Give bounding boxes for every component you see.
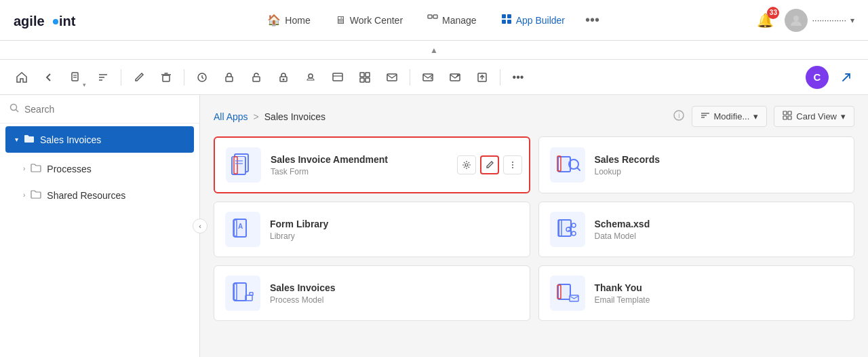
home-icon: 🏠 [267, 14, 281, 26]
toolbar-window-button[interactable] [326, 65, 350, 90]
main-layout: ▾ Sales Invoices › Processes › [0, 95, 868, 357]
collapse-sidebar-icon: ‹ [199, 222, 201, 230]
svg-text:agile: agile [14, 14, 45, 29]
logo[interactable]: agile int [14, 11, 95, 30]
nav-right: 🔔 33 ·············· ▾ [754, 9, 854, 32]
view-dropdown[interactable]: Card View ▾ [774, 106, 854, 127]
card-title-4: Schema.xsd [595, 219, 844, 229]
card-sales-records[interactable]: Sales Records Lookup [538, 136, 855, 193]
toolbar-home-button[interactable] [9, 65, 34, 90]
content-area: All Apps > Sales Invoices i Modifie... ▾ [200, 95, 868, 357]
card-more-button-1[interactable] [503, 155, 522, 174]
sidebar-item-sales-invoices[interactable]: ▾ Sales Invoices [5, 126, 194, 153]
card-form-library[interactable]: A Form Library Library [214, 202, 530, 257]
avatar-circle [785, 9, 808, 32]
nav-more-button[interactable]: ••• [580, 10, 605, 31]
toolbar: ••• C [0, 60, 868, 95]
toolbar-launch-button[interactable] [834, 65, 859, 90]
sort-dropdown[interactable]: Modifie... ▾ [692, 106, 768, 127]
processes-folder-icon [31, 162, 41, 175]
search-input[interactable] [24, 104, 190, 115]
toolbar-divider-1 [121, 69, 121, 86]
sidebar-item-processes[interactable]: › Processes [0, 155, 199, 182]
svg-rect-74 [250, 293, 253, 295]
toolbar-unlock-button[interactable] [244, 65, 269, 90]
nav-app-builder[interactable]: App Builder [492, 8, 574, 33]
toolbar-export-button[interactable] [470, 65, 494, 90]
manage-icon [427, 14, 438, 27]
card-title-2: Sales Records [595, 154, 844, 165]
toolbar-more-button[interactable]: ••• [506, 65, 530, 90]
breadcrumb-actions: i Modifie... ▾ [673, 106, 854, 127]
sidebar: ▾ Sales Invoices › Processes › [0, 95, 200, 357]
breadcrumb-current: Sales Invoices [264, 111, 326, 122]
toolbar-history-button[interactable] [190, 65, 214, 90]
svg-rect-20 [253, 77, 260, 81]
cards-grid: Sales Invoice Amendment Task Form [214, 136, 854, 321]
card-info-2: Sales Records Lookup [595, 154, 844, 176]
toolbar-lock2-button[interactable] [271, 65, 296, 90]
toolbar-incoming-button[interactable] [416, 65, 440, 90]
card-view-icon [783, 111, 792, 122]
toolbar-c-button[interactable]: C [806, 66, 829, 89]
sidebar-item-shared-resources[interactable]: › Shared Resources [0, 182, 199, 208]
toolbar-lock1-button[interactable] [217, 65, 241, 90]
svg-rect-16 [163, 75, 170, 81]
toolbar-new-button[interactable] [64, 65, 88, 90]
toolbar-email-button[interactable] [380, 65, 404, 90]
svg-rect-30 [387, 74, 397, 81]
toolbar-edit-button[interactable] [127, 65, 151, 90]
nav-work-center-label: Work Center [350, 15, 403, 26]
card-info-4: Schema.xsd Data Model [595, 219, 844, 241]
svg-rect-29 [366, 78, 370, 82]
notification-badge: 33 [767, 7, 779, 19]
search-icon [9, 103, 19, 115]
card-settings-button-1[interactable] [457, 155, 476, 174]
info-icon[interactable]: i [673, 109, 685, 124]
svg-point-36 [11, 105, 17, 111]
card-icon-wrap-6 [550, 276, 585, 311]
toolbar-divider-3 [410, 69, 410, 86]
nav-work-center[interactable]: 🖥 Work Center [326, 9, 412, 32]
nav-home[interactable]: 🏠 Home [258, 8, 319, 32]
logo-svg: agile int [14, 11, 95, 30]
toolbar-outgoing-button[interactable] [443, 65, 467, 90]
svg-rect-45 [783, 116, 787, 119]
svg-point-22 [283, 78, 285, 80]
svg-rect-7 [502, 20, 506, 24]
collapse-icon: ▲ [430, 45, 438, 55]
card-schema-xsd[interactable]: Schema.xsd Data Model [538, 202, 855, 257]
card-edit-button-1[interactable] [480, 155, 499, 174]
notification-button[interactable]: 🔔 33 [754, 10, 776, 31]
card-subtitle-3: Library [270, 231, 519, 241]
card-sales-invoice-amendment[interactable]: Sales Invoice Amendment Task Form [214, 136, 530, 193]
svg-point-67 [572, 231, 576, 236]
card-icon-wrap-1 [226, 147, 261, 183]
sidebar-collapse-button[interactable]: ‹ [193, 219, 208, 233]
toolbar-grid-button[interactable] [353, 65, 377, 90]
toolbar-location-button[interactable] [298, 65, 323, 90]
card-sales-invoices[interactable]: Sales Invoices Process Model [214, 265, 530, 321]
user-avatar[interactable]: ·············· ▾ [785, 9, 854, 32]
svg-point-66 [572, 223, 576, 227]
collapse-bar[interactable]: ▲ [0, 41, 868, 60]
user-menu-chevron: ▾ [850, 16, 854, 25]
svg-point-23 [309, 74, 313, 78]
svg-rect-46 [788, 116, 791, 119]
svg-rect-43 [783, 111, 787, 115]
svg-rect-3 [428, 15, 432, 18]
svg-rect-10 [72, 73, 78, 81]
card-title-5: Sales Invoices [270, 282, 519, 293]
app-builder-icon [501, 14, 512, 27]
toolbar-sort-button[interactable] [91, 65, 115, 90]
svg-rect-6 [507, 14, 511, 18]
toolbar-delete-button[interactable] [154, 65, 178, 90]
shared-resources-chevron: › [23, 191, 25, 199]
card-thank-you[interactable]: Thank You Email Template [538, 265, 855, 321]
toolbar-back-button[interactable] [37, 65, 61, 90]
card-icon-wrap-4 [550, 212, 585, 247]
breadcrumb-parent[interactable]: All Apps [214, 111, 248, 122]
user-name-label: ·············· [812, 15, 846, 25]
nav-manage[interactable]: Manage [418, 8, 486, 33]
processes-chevron: › [23, 165, 25, 172]
